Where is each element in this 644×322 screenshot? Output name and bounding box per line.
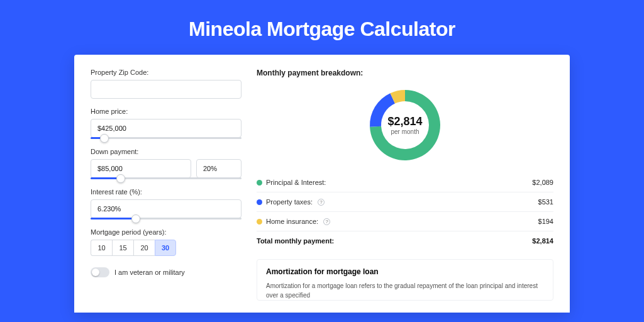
down-payment-field-group: Down payment: [91,148,242,179]
legend-label: Principal & Interest: [266,179,326,186]
home-price-label: Home price: [91,108,242,115]
home-price-slider[interactable] [91,137,242,139]
legend-dot [257,199,262,205]
calculator-card: Property Zip Code: Home price: Down paym… [74,55,570,313]
legend-dot [257,219,262,225]
page-title: Mineola Mortgage Calculator [0,0,644,55]
slider-thumb[interactable] [100,134,109,143]
donut-center-amount: $2,814 [387,115,422,128]
period-label: Mortgage period (years): [91,228,242,236]
legend-row: Principal & Interest:$2,089 [257,173,553,192]
amortization-title: Amortization for mortgage loan [266,267,544,276]
veteran-label: I am veteran or military [114,269,185,276]
breakdown-column: Monthly payment breakdown: $2,814per mon… [257,69,553,313]
interest-input[interactable] [91,199,242,218]
zip-field-group: Property Zip Code: [91,69,242,99]
down-payment-input[interactable] [91,159,191,178]
donut-chart: $2,814per month [257,84,553,173]
zip-label: Property Zip Code: [91,69,242,76]
legend-label: Home insurance: [266,218,318,225]
veteran-toggle-row: I am veteran or military [91,267,242,277]
period-field-group: Mortgage period (years): 10152030 [91,228,242,256]
veteran-toggle[interactable] [91,267,109,277]
down-payment-slider[interactable] [91,177,242,179]
period-tab-20[interactable]: 20 [133,240,155,256]
legend-dot [257,180,262,186]
period-tabs: 10152030 [91,240,242,256]
down-payment-label: Down payment: [91,148,242,155]
down-payment-pct-input[interactable] [196,159,242,178]
breakdown-title: Monthly payment breakdown: [257,69,553,77]
interest-label: Interest rate (%): [91,188,242,196]
legend-value: $2,089 [532,179,553,186]
legend-row: Property taxes:?$531 [257,192,553,212]
interest-field-group: Interest rate (%): [91,188,242,219]
amortization-text: Amortization for a mortgage loan refers … [266,281,544,300]
legend-row: Home insurance:?$194 [257,212,553,231]
legend-list: Principal & Interest:$2,089Property taxe… [257,173,553,231]
total-row: Total monthly payment: $2,814 [257,231,553,250]
legend-label: Property taxes: [266,198,313,206]
slider-thumb[interactable] [131,214,140,223]
period-tab-30[interactable]: 30 [155,240,176,256]
info-icon[interactable]: ? [323,218,330,225]
slider-thumb[interactable] [116,174,125,183]
period-tab-10[interactable]: 10 [91,240,112,256]
total-label: Total monthly payment: [257,237,334,245]
amortization-box: Amortization for mortgage loan Amortizat… [257,259,553,301]
donut-center-sub: per month [391,128,419,135]
inputs-column: Property Zip Code: Home price: Down paym… [91,69,242,313]
info-icon[interactable]: ? [318,199,325,206]
legend-value: $531 [538,198,553,206]
interest-slider[interactable] [91,218,242,219]
legend-value: $194 [538,218,553,225]
home-price-field-group: Home price: [91,108,242,139]
total-value: $2,814 [532,237,553,245]
period-tab-15[interactable]: 15 [112,240,133,256]
home-price-input[interactable] [91,119,242,138]
zip-input[interactable] [91,80,242,99]
